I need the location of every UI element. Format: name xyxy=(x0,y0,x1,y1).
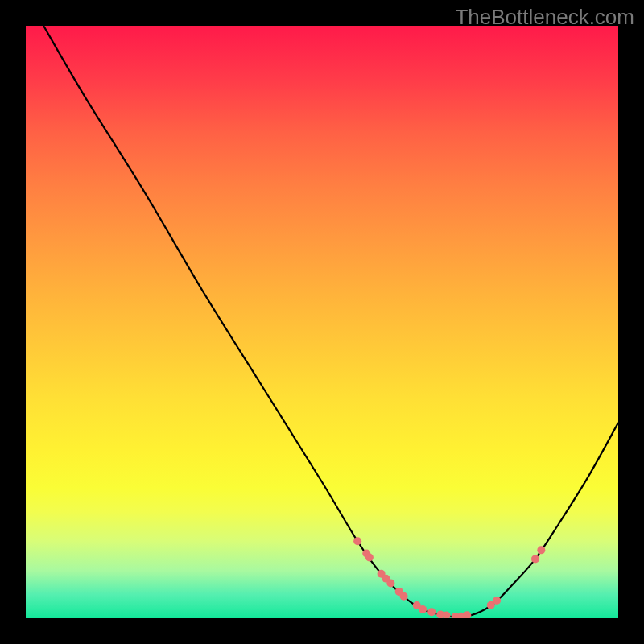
curve-marker xyxy=(537,546,545,554)
curve-marker xyxy=(463,611,471,618)
curve-marker xyxy=(531,555,539,563)
curve-marker xyxy=(400,592,408,601)
curve-marker xyxy=(353,537,361,545)
curve-marker xyxy=(427,608,436,616)
bottleneck-curve xyxy=(43,26,618,617)
chart-plot-area xyxy=(26,26,618,618)
curve-marker xyxy=(419,605,427,613)
chart-curve-layer xyxy=(26,26,618,618)
curve-marker xyxy=(386,580,394,588)
curve-sample-markers xyxy=(353,537,545,618)
curve-marker xyxy=(493,597,501,605)
curve-marker xyxy=(365,554,374,562)
watermark-text: TheBottleneck.com xyxy=(455,5,634,30)
